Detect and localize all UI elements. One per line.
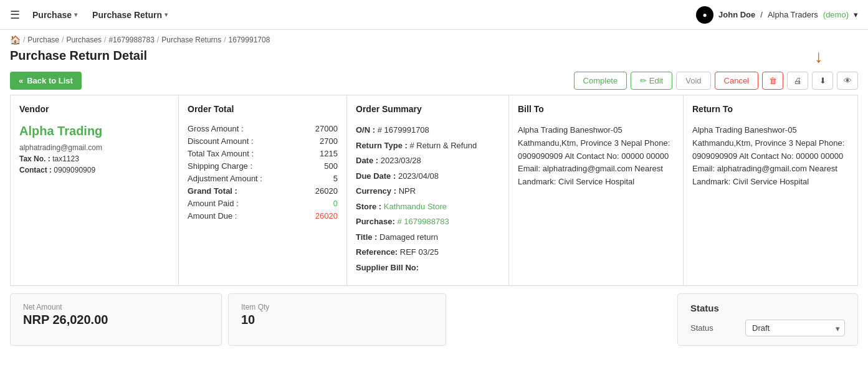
tax-row-value: 1215 xyxy=(320,149,338,158)
return-to-address: Alpha Trading Baneshwor-05 Kathmandu,Ktm… xyxy=(692,124,849,189)
edit-button[interactable]: ✏ Edit xyxy=(631,72,672,90)
paid-label: Amount Paid : xyxy=(188,199,239,208)
contact-label: Contact : xyxy=(19,166,52,174)
avatar: ● xyxy=(696,6,713,24)
return-to-header: Return To xyxy=(692,104,849,118)
grand-label: Grand Total : xyxy=(188,186,237,196)
status-select-wrapper[interactable]: Draft Completed Void xyxy=(745,320,845,336)
nav-purchase-return[interactable]: Purchase Return ▾ xyxy=(92,10,168,20)
nav-user-section: ● John Doe / Alpha Traders (demo) ▾ xyxy=(696,6,858,24)
order-summary-header: Order Summary xyxy=(356,104,500,118)
download-button[interactable]: ⬇ xyxy=(812,72,833,90)
vendor-header: Vendor xyxy=(19,104,169,118)
status-row: Status Draft Completed Void xyxy=(690,320,845,336)
status-select[interactable]: Draft Completed Void xyxy=(745,320,845,336)
net-amount-label: Net Amount xyxy=(23,303,209,311)
vendor-name: Alpha Trading xyxy=(19,124,169,138)
eye-button[interactable]: 👁 xyxy=(837,72,858,90)
breadcrumb-order-id[interactable]: #1679988783 xyxy=(108,36,154,44)
discount-row: Discount Amount : 2700 xyxy=(188,136,338,146)
due-value: 26020 xyxy=(315,211,338,221)
tax-value: tax1123 xyxy=(52,154,79,163)
vendor-contact: Contact : 0909090909 xyxy=(19,166,169,174)
void-button[interactable]: Void xyxy=(676,72,710,90)
status-label: Status xyxy=(690,323,713,333)
order-summary-panel: Order Summary O/N : # 1679991708 Return … xyxy=(347,95,509,286)
purchase-row: Purchase: # 1679988783 xyxy=(356,216,500,228)
gross-amount-row: Gross Amount : 27000 xyxy=(188,124,338,133)
order-total-header: Order Total xyxy=(188,104,338,118)
hamburger-icon[interactable]: ☰ xyxy=(10,8,20,22)
shipping-value: 500 xyxy=(324,161,338,171)
order-total-panel: Order Total Gross Amount : 27000 Discoun… xyxy=(179,95,347,286)
bill-to-header: Bill To xyxy=(518,104,674,118)
on-row: O/N : # 1679991708 xyxy=(356,124,500,136)
status-header: Status xyxy=(690,303,845,313)
breadcrumb-purchases[interactable]: Purchases xyxy=(66,36,102,44)
grand-value: 26020 xyxy=(315,186,338,196)
action-buttons: ↓ Complete ✏ Edit Void Cancel 🗑 🖨 ⬇ 👁 xyxy=(574,72,858,90)
return-to-panel: Return To Alpha Trading Baneshwor-05 Kat… xyxy=(684,95,858,286)
cancel-button[interactable]: Cancel xyxy=(715,72,758,90)
supplier-bill-row: Supplier Bill No: xyxy=(356,262,500,274)
company-name: Alpha Traders xyxy=(768,10,818,19)
print-button[interactable]: 🖨 xyxy=(787,72,808,90)
complete-button[interactable]: Complete xyxy=(574,72,627,90)
tax-label: Tax No. : xyxy=(19,154,50,163)
nav-purchase-return-label: Purchase Return xyxy=(92,10,162,20)
store-link[interactable]: Kathmandu Store xyxy=(384,202,447,211)
user-name: John Doe xyxy=(718,10,755,19)
item-qty-label: Item Qty xyxy=(241,303,433,311)
breadcrumb-purchase-returns[interactable]: Purchase Returns xyxy=(161,36,221,44)
nav-purchase[interactable]: Purchase ▾ xyxy=(32,10,77,20)
gross-value: 27000 xyxy=(315,124,338,133)
adjustment-value: 5 xyxy=(333,174,338,183)
paid-value: 0 xyxy=(333,199,338,208)
bottom-section: Net Amount NRP 26,020.00 Item Qty 10 Sta… xyxy=(10,293,858,346)
breadcrumb-sep: / xyxy=(23,36,25,44)
breadcrumb-sep: / xyxy=(224,36,226,44)
demo-label: (demo) xyxy=(823,10,849,19)
chevron-down-icon: ▾ xyxy=(74,11,77,18)
store-row: Store : Kathmandu Store xyxy=(356,201,500,213)
arrow-indicator: ↓ xyxy=(814,47,823,67)
breadcrumb-sep: / xyxy=(104,36,106,44)
bill-to-address: Alpha Trading Baneshwor-05 Kathmandu,Ktm… xyxy=(518,124,674,189)
item-qty-value: 10 xyxy=(241,313,433,327)
page-title: Purchase Return Detail xyxy=(0,46,868,68)
top-navigation: ☰ Purchase ▾ Purchase Return ▾ ● John Do… xyxy=(0,0,868,30)
action-bar: « Back to List ↓ Complete ✏ Edit Void Ca… xyxy=(0,68,868,95)
amount-paid-row: Amount Paid : 0 xyxy=(188,199,338,208)
currency-row: Currency : NPR xyxy=(356,185,500,197)
adjustment-label: Adjustment Amount : xyxy=(188,174,262,183)
chevron-down-icon: ▾ xyxy=(165,11,168,18)
date-row: Date : 2023/03/28 xyxy=(356,154,500,167)
discount-value: 2700 xyxy=(320,136,338,146)
title-row: Title : Damaged return xyxy=(356,231,500,244)
item-qty-panel: Item Qty 10 xyxy=(228,293,446,346)
breadcrumb-sep: / xyxy=(62,36,64,44)
back-to-list-button[interactable]: « Back to List xyxy=(10,72,82,90)
user-separator: / xyxy=(760,10,763,19)
breadcrumb-sep: / xyxy=(157,36,159,44)
vendor-panel: Vendor Alpha Trading alphatrading@gmail.… xyxy=(11,95,179,286)
breadcrumb-purchase[interactable]: Purchase xyxy=(27,36,59,44)
vendor-taxno: Tax No. : tax1123 xyxy=(19,154,169,163)
reference-row: Reference: REF 03/25 xyxy=(356,246,500,259)
contact-value: 0909090909 xyxy=(54,166,95,174)
discount-label: Discount Amount : xyxy=(188,136,254,146)
content-grid: Vendor Alpha Trading alphatrading@gmail.… xyxy=(10,95,858,286)
delete-button[interactable]: 🗑 xyxy=(762,72,783,90)
net-amount-panel: Net Amount NRP 26,020.00 xyxy=(10,293,222,346)
home-icon[interactable]: 🏠 xyxy=(10,35,21,45)
bill-to-panel: Bill To Alpha Trading Baneshwor-05 Kathm… xyxy=(509,95,684,286)
shipping-label: Shipping Charge : xyxy=(188,161,252,171)
tax-row-label: Total Tax Amount : xyxy=(188,149,254,158)
amount-due-row: Amount Due : 26020 xyxy=(188,211,338,221)
purchase-link[interactable]: # 1679988783 xyxy=(398,217,449,226)
grand-total-row: Grand Total : 26020 xyxy=(188,186,338,196)
vendor-email: alphatrading@gmail.com xyxy=(19,143,169,152)
net-amount-value: NRP 26,020.00 xyxy=(23,313,209,327)
tax-row: Total Tax Amount : 1215 xyxy=(188,149,338,158)
nav-purchase-label: Purchase xyxy=(32,10,72,20)
